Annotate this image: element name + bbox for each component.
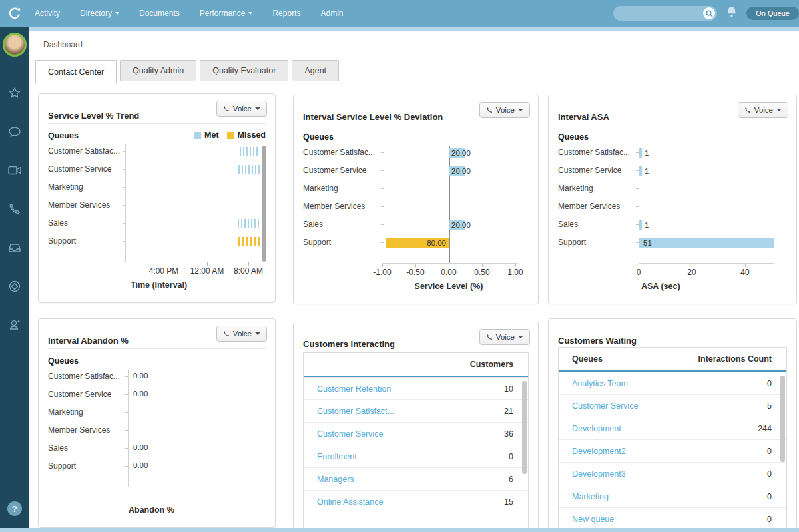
category-label: Customer Service [303, 166, 379, 176]
queues-header: Queues [558, 133, 589, 142]
queue-link[interactable]: Managers [317, 475, 354, 484]
table-row: Enrollment0 [304, 445, 528, 467]
queue-link[interactable]: Enrollment [317, 452, 357, 461]
card-customers-interacting: Customers Interacting Voice Customers Cu… [293, 322, 539, 529]
category-label: Sales [48, 443, 124, 454]
x-axis-label: ASA (sec) [641, 282, 680, 291]
queues-header: Queues [48, 131, 79, 140]
divider [48, 348, 266, 349]
nav-item-documents[interactable]: Documents [139, 9, 180, 18]
category-label: Support [48, 236, 124, 247]
nav-item-reports[interactable]: Reports [272, 9, 300, 18]
bar-value: 1 [645, 149, 649, 157]
divider [48, 123, 266, 124]
left-sidebar: ? [0, 27, 29, 528]
category-label: Customer Satisfac... [303, 148, 379, 158]
y-axis [125, 144, 126, 262]
table-row: Online Assistance15 [304, 490, 528, 513]
nav-item-performance[interactable]: Performance [200, 9, 253, 18]
queue-link[interactable]: Marketing [572, 492, 609, 501]
voice-dropdown[interactable]: Voice [738, 102, 788, 118]
chat-icon[interactable] [7, 125, 22, 139]
x-tick: 0 [637, 268, 641, 277]
video-icon[interactable] [7, 163, 22, 178]
table-row: Development20 [559, 439, 786, 462]
app-logo-icon[interactable] [0, 0, 29, 27]
phone-icon[interactable] [7, 202, 22, 216]
voice-dropdown[interactable]: Voice [479, 329, 530, 345]
window-bottom-edge [0, 528, 799, 532]
help-icon[interactable]: ? [7, 501, 22, 516]
category-label: Sales [558, 220, 634, 230]
table-row: Customer Retention10 [304, 377, 528, 399]
on-queue-status-button[interactable]: On Queue [746, 7, 799, 20]
table-row: New queue0 [559, 507, 786, 529]
x-tick: 40 [740, 268, 749, 277]
voice-dropdown[interactable]: Voice [479, 102, 530, 118]
category-label: Member Services [48, 200, 124, 211]
divider [558, 125, 787, 125]
bar-value: 1 [645, 167, 649, 175]
nav-item-directory[interactable]: Directory [80, 9, 119, 18]
legend-met-swatch [194, 132, 201, 139]
customers-waiting-table: Queues Interactions Count Analytics Team… [558, 347, 787, 529]
bar-value: 20.00 [451, 221, 471, 229]
tab-quality-evaluator[interactable]: Quality Evaluator [200, 60, 288, 81]
card-title: Customers Interacting [303, 339, 395, 349]
search-icon[interactable] [703, 7, 715, 19]
table-row: Development244 [559, 417, 786, 439]
queues-header: Queues [303, 133, 334, 142]
x-tick: 1.00 [507, 268, 523, 277]
table-header: Customers [304, 353, 528, 377]
queue-link[interactable]: Customer Satisfact... [317, 407, 394, 416]
table-scrollbar[interactable] [780, 376, 785, 462]
queue-link[interactable]: Online Assistance [317, 497, 383, 507]
inbox-icon[interactable] [7, 240, 22, 255]
category-label: Member Services [558, 202, 634, 212]
table-scrollbar[interactable] [522, 381, 527, 474]
chart-scrollbar[interactable] [262, 146, 266, 262]
service-level-deviation-chart: Queues Customer Satisfac... Customer Ser… [303, 133, 529, 295]
nav-item-admin[interactable]: Admin [320, 9, 343, 18]
tab-quality-admin[interactable]: Quality Admin [120, 60, 196, 81]
x-axis [125, 262, 262, 262]
card-interval-abandon: Interval Abandon % Voice Queues Customer… [38, 318, 276, 528]
bar-met-sales [238, 219, 260, 228]
card-interval-asa: Interval ASA Voice Queues Customer Satis… [548, 95, 797, 304]
target-icon[interactable] [7, 279, 22, 294]
card-title: Service Level % Trend [48, 111, 139, 121]
agent-icon[interactable] [7, 318, 22, 332]
bell-icon[interactable] [726, 6, 737, 21]
x-tick: 0.50 [474, 268, 489, 277]
x-tick: -1.00 [373, 268, 391, 277]
avatar[interactable] [3, 33, 27, 57]
x-axis [128, 487, 264, 487]
queue-link[interactable]: Customer Retention [317, 384, 391, 394]
queue-link[interactable]: Customer Service [317, 429, 383, 439]
interval-abandon-chart: Queues Customer Satisfac... Customer Ser… [48, 356, 266, 519]
voice-dropdown[interactable]: Voice [216, 101, 267, 117]
customers-interacting-table: Customers Customer Retention10 Customer … [303, 352, 529, 529]
x-axis [382, 263, 518, 264]
card-title: Customers Waiting [558, 336, 637, 346]
bar-missed-support [238, 237, 260, 246]
bar-value: 1 [645, 221, 649, 229]
favorites-star-icon[interactable] [7, 86, 22, 101]
tab-agent[interactable]: Agent [292, 60, 339, 81]
search-input[interactable] [613, 6, 717, 21]
queue-link[interactable]: New queue [572, 515, 614, 524]
table-row: Customer Service5 [559, 394, 786, 417]
card-title: Interval ASA [558, 112, 609, 122]
card-service-level-trend: Service Level % Trend Voice Queues Met M… [38, 93, 276, 303]
queue-link[interactable]: Development3 [572, 469, 626, 479]
queue-link[interactable]: Development [572, 424, 621, 433]
queue-link[interactable]: Development2 [572, 447, 626, 456]
bar-value: 51 [643, 239, 652, 247]
category-label: Customer Satisfac... [48, 146, 124, 157]
queue-link[interactable]: Customer Service [572, 401, 638, 411]
voice-dropdown[interactable]: Voice [216, 326, 267, 342]
queue-link[interactable]: Analytics Team [572, 379, 628, 388]
tab-contact-center[interactable]: Contact Center [35, 60, 117, 84]
category-label: Support [48, 461, 124, 472]
nav-item-activity[interactable]: Activity [35, 9, 60, 18]
